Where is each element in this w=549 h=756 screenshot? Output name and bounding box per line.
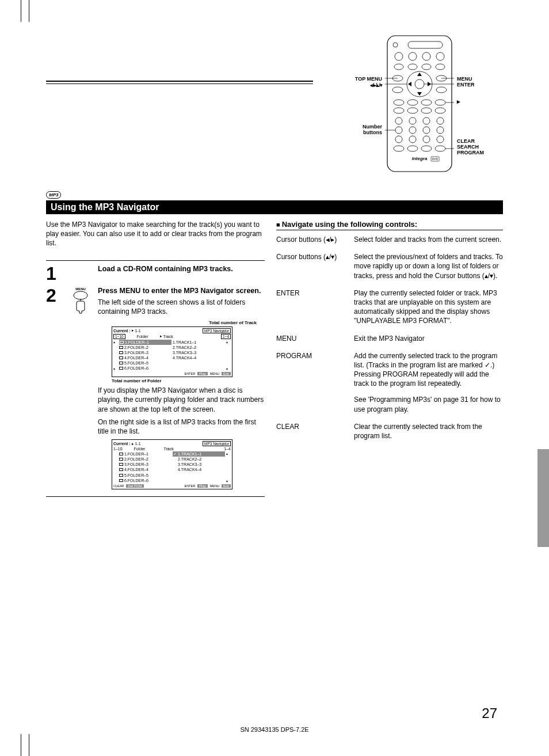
remote-diagram: Integra DVD TOP MENU ◂/▸/▴/▾ Number butt… bbox=[319, 35, 503, 184]
header-rule bbox=[46, 81, 313, 84]
svg-point-8 bbox=[408, 64, 417, 70]
svg-point-34 bbox=[409, 136, 416, 143]
control-desc: Select the previous/next of folders and … bbox=[354, 252, 503, 280]
svg-point-17 bbox=[394, 100, 404, 105]
controls-section: ■ Navigate using the following controls:… bbox=[276, 220, 503, 449]
label-cursor-arrows: ◂/▸/▴/▾ bbox=[348, 82, 382, 88]
step-1: 1 Load a CD-ROM containing MP3 tracks. bbox=[46, 261, 265, 283]
label-enter: ENTER bbox=[457, 82, 475, 88]
control-label: Cursor buttons (◂/▸) bbox=[276, 235, 354, 244]
controls-heading: ■ Navigate using the following controls: bbox=[276, 220, 503, 230]
label-number-buttons: Number buttons bbox=[348, 124, 382, 135]
svg-point-30 bbox=[409, 127, 416, 134]
svg-point-52 bbox=[74, 291, 87, 299]
page-number: 27 bbox=[482, 705, 497, 721]
thumb-tab bbox=[537, 449, 549, 547]
page-content: Integra DVD TOP MENU ◂/▸/▴/▾ Number butt… bbox=[46, 35, 503, 733]
step-title: Press MENU to enter the MP3 Navigator sc… bbox=[98, 286, 265, 295]
control-desc: Clear the currently selected track from … bbox=[354, 422, 503, 440]
svg-point-23 bbox=[421, 108, 432, 113]
step-number: 1 bbox=[46, 264, 63, 283]
step-desc: The left side of the screen shows a list… bbox=[98, 298, 265, 316]
svg-point-9 bbox=[422, 64, 431, 70]
svg-point-19 bbox=[421, 100, 432, 105]
svg-point-40 bbox=[435, 146, 445, 151]
step-desc: If you display the MP3 Navigator when a … bbox=[98, 386, 265, 414]
label-clear: CLEAR bbox=[457, 138, 475, 144]
control-row: Cursor buttons (◂/▸) Select folder and t… bbox=[276, 235, 503, 244]
svg-point-25 bbox=[395, 117, 402, 124]
control-row: PROGRAM Add the currently selected track… bbox=[276, 351, 503, 414]
label-search: SEARCH bbox=[457, 144, 479, 150]
svg-point-24 bbox=[435, 108, 445, 113]
control-label: Cursor buttons (▴/▾) bbox=[276, 252, 354, 280]
control-desc: Play the currently selected folder or tr… bbox=[354, 288, 503, 326]
svg-point-5 bbox=[422, 52, 430, 60]
svg-point-28 bbox=[437, 117, 444, 124]
svg-point-6 bbox=[436, 52, 444, 60]
svg-point-37 bbox=[394, 146, 404, 151]
svg-text:DVD: DVD bbox=[432, 157, 439, 161]
caption-total-track: Total number of Track bbox=[98, 320, 257, 325]
svg-point-31 bbox=[423, 127, 430, 134]
step-desc: On the right side is a list of MP3 track… bbox=[98, 417, 265, 436]
label-top-menu: TOP MENU bbox=[348, 76, 382, 82]
svg-point-21 bbox=[394, 108, 404, 113]
mp3-navigator-screen: Current : ▸ 1-1 MP3 Navigator 1~10 Folde… bbox=[112, 326, 232, 378]
svg-point-38 bbox=[407, 146, 418, 151]
mp3-navigator-screen: Current : ▸ 1-1 MP3 Navigator 1–10 Folde… bbox=[112, 439, 232, 489]
control-desc: Add the currently selected track to the … bbox=[354, 351, 503, 414]
svg-point-33 bbox=[395, 136, 402, 143]
svg-point-20 bbox=[435, 100, 445, 105]
control-label: MENU bbox=[276, 334, 354, 343]
svg-point-18 bbox=[407, 100, 418, 105]
svg-point-4 bbox=[409, 52, 417, 60]
svg-point-36 bbox=[437, 136, 444, 143]
svg-point-22 bbox=[407, 108, 418, 113]
svg-point-7 bbox=[394, 64, 403, 70]
step-number: 2 bbox=[46, 286, 63, 305]
svg-point-1 bbox=[393, 43, 398, 47]
control-row: Cursor buttons (▴/▾) Select the previous… bbox=[276, 252, 503, 280]
crop-mark bbox=[29, 0, 29, 22]
steps-block: 1 Load a CD-ROM containing MP3 tracks. 2… bbox=[46, 260, 265, 497]
svg-rect-2 bbox=[408, 41, 443, 48]
svg-point-27 bbox=[423, 117, 430, 124]
control-label: CLEAR bbox=[276, 422, 354, 440]
svg-text:Integra: Integra bbox=[412, 156, 428, 161]
svg-point-3 bbox=[395, 52, 403, 60]
crop-mark bbox=[21, 734, 21, 756]
control-row: ENTER Play the currently selected folder… bbox=[276, 288, 503, 326]
label-play: ▸ bbox=[457, 98, 460, 105]
menu-button-icon: MENU bbox=[63, 286, 98, 316]
mp3-badge: MP3 bbox=[46, 191, 61, 199]
step-2: 2 MENU Press MENU to enter the MP3 Navig… bbox=[46, 283, 265, 489]
svg-point-29 bbox=[395, 127, 402, 134]
crop-mark bbox=[21, 0, 21, 22]
section-heading: Using the MP3 Navigator bbox=[46, 200, 503, 214]
svg-point-32 bbox=[437, 127, 444, 134]
remote-icon: Integra DVD bbox=[385, 35, 454, 173]
svg-point-12 bbox=[415, 79, 424, 89]
svg-point-35 bbox=[423, 136, 430, 143]
control-label: ENTER bbox=[276, 288, 354, 326]
label-program: PROGRAM bbox=[457, 150, 484, 155]
step-title: Load a CD-ROM containing MP3 tracks. bbox=[98, 264, 265, 273]
svg-point-10 bbox=[436, 64, 445, 70]
control-desc: Select folder and tracks from the curren… bbox=[354, 235, 503, 244]
svg-point-16 bbox=[436, 87, 447, 93]
crop-mark bbox=[29, 734, 29, 756]
intro-paragraph: Use the MP3 Navigator to make searching … bbox=[46, 220, 265, 248]
control-label: PROGRAM bbox=[276, 351, 354, 414]
svg-point-39 bbox=[421, 146, 432, 151]
label-menu: MENU bbox=[457, 76, 472, 82]
svg-point-15 bbox=[392, 87, 403, 93]
control-row: CLEAR Clear the currently selected track… bbox=[276, 422, 503, 440]
svg-point-26 bbox=[409, 117, 416, 124]
control-desc: Exit the MP3 Navigator bbox=[354, 334, 503, 343]
caption-total-folder: Total number of Folder bbox=[112, 378, 265, 383]
control-row: MENU Exit the MP3 Navigator bbox=[276, 334, 503, 343]
footer-code: SN 29343135 DPS-7.2E bbox=[240, 726, 308, 733]
